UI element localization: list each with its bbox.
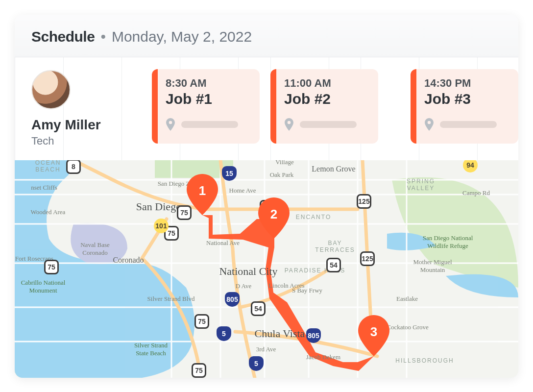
map-city-label: HILLSBOROUGH — [395, 357, 454, 364]
route-shield-badge: 15 — [222, 166, 237, 181]
map-city-label: Jacob Dekem — [306, 353, 340, 361]
schedule-header: Schedule • Monday, May 2, 2022 — [15, 15, 518, 57]
location-placeholder-bar — [300, 121, 357, 128]
job-time: 14:30 PM — [424, 77, 509, 90]
map-city-label: OCEANBEACH — [35, 160, 61, 173]
map-city-label: San Diego NationalWildlife Refuge — [423, 234, 473, 249]
job-card-2[interactable]: 11:00 AM Job #2 — [270, 69, 378, 144]
job-title: Job #1 — [166, 91, 251, 107]
route-shield-badge: 75 — [44, 260, 59, 274]
map-city-label: National Ave — [206, 239, 240, 247]
job-accent-stripe — [411, 69, 416, 144]
route-shield-badge: 54 — [326, 258, 341, 272]
technician-panel: Amy Miller Tech — [15, 57, 152, 147]
route-shield-badge: 805 — [225, 292, 240, 307]
map-city-label: Village — [275, 160, 293, 166]
job-cards-track: 8:30 AM Job #1 11:00 AM Job #2 14:30 PM — [152, 69, 518, 148]
map-city-label: Lemon Grove — [312, 165, 355, 173]
map-city-label: Naval BaseCoronado — [80, 241, 110, 257]
map-city-label: Coronado — [113, 256, 144, 265]
map-city-label: Silver StrandState Beach — [134, 342, 168, 357]
job-card-3[interactable]: 14:30 PM Job #3 — [411, 69, 518, 144]
schedule-title: Schedule — [31, 28, 95, 45]
map-pin-1[interactable]: 1 — [187, 174, 218, 215]
map-city-label: Eastlake — [396, 295, 418, 303]
location-pin-icon — [424, 118, 434, 131]
map-pin-3[interactable]: 3 — [358, 315, 389, 356]
job-location-row — [284, 118, 369, 131]
map-city-label: nset Cliffs — [31, 184, 57, 192]
map-city-label: S Bay Frwy — [292, 287, 322, 294]
map-city-label: Campo Rd — [462, 189, 490, 197]
map-city-label: ENCANTO — [296, 214, 331, 220]
map-city-label: Home Ave — [229, 187, 256, 195]
map-city-label: Chula Vista — [255, 327, 305, 340]
map-city-label: Mother MiguelMountain — [413, 258, 452, 274]
map-pin-2[interactable]: 2 — [258, 197, 290, 239]
route-shield-badge: 5 — [249, 356, 264, 371]
route-shield-badge: 75 — [192, 363, 206, 378]
schedule-date: Monday, May 2, 2022 — [112, 28, 252, 45]
route-shield-badge: 805 — [306, 328, 321, 343]
location-placeholder-bar — [181, 121, 238, 128]
map-city-label: San Diego — [136, 200, 181, 213]
route-shield-badge: 125 — [360, 251, 375, 266]
route-map[interactable]: San DiegoNational CityChula VistaLemon G… — [15, 160, 518, 378]
location-placeholder-bar — [440, 121, 497, 128]
job-title: Job #3 — [424, 91, 509, 107]
route-shield-badge: 75 — [194, 314, 209, 329]
map-city-label: Oak Park — [270, 171, 294, 179]
map-city-label: D Ave — [236, 282, 252, 290]
route-shield-badge: 54 — [251, 301, 266, 316]
map-city-label: BAYTERRACES — [315, 240, 355, 253]
header-separator: • — [98, 28, 108, 45]
map-city-label: Cabrillo NationalMonument — [21, 279, 66, 294]
schedule-card: Schedule • Monday, May 2, 2022 Amy Mille… — [15, 15, 518, 378]
route-shield-badge: 5 — [217, 326, 231, 341]
job-title: Job #2 — [284, 91, 369, 107]
route-shield-badge: 8 — [66, 160, 81, 174]
location-pin-icon — [284, 118, 294, 131]
route-shield-badge: 101 — [154, 219, 169, 233]
map-city-label: Cockatoo Grove — [387, 323, 429, 331]
job-accent-stripe — [152, 69, 158, 144]
avatar[interactable] — [31, 70, 71, 109]
map-city-label: Silver Strand Blvd — [147, 295, 195, 303]
map-city-label: SPRINGVALLEY — [407, 178, 435, 192]
job-accent-stripe — [270, 69, 276, 144]
location-pin-icon — [166, 118, 175, 131]
job-time: 8:30 AM — [166, 77, 251, 90]
job-location-row — [166, 118, 251, 131]
timeline-row: Amy Miller Tech 8:30 AM Job #1 11:00 AM … — [15, 57, 518, 160]
route-shield-badge: 125 — [357, 194, 371, 209]
map-city-label: 3rd Ave — [256, 345, 276, 353]
technician-role: Tech — [31, 135, 152, 147]
job-card-1[interactable]: 8:30 AM Job #1 — [152, 69, 260, 144]
map-city-label: Wooded Area — [31, 208, 66, 216]
job-location-row — [424, 118, 509, 131]
map-city-label: National City — [219, 265, 277, 278]
job-time: 11:00 AM — [284, 77, 369, 90]
technician-name: Amy Miller — [31, 117, 152, 133]
